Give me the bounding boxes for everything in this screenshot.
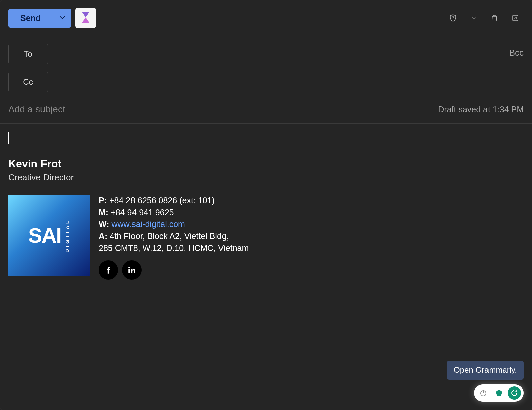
signature-block: SAI DIGITAL P: +84 28 6256 0826 (ext: 10… — [8, 195, 524, 280]
grammarly-widget: Open Grammarly. — [447, 361, 524, 402]
draft-status: Draft saved at 1:34 PM — [438, 105, 524, 114]
send-button[interactable]: Send — [8, 9, 53, 28]
text-cursor — [8, 132, 9, 144]
mobile-label: M: — [99, 208, 108, 217]
compose-window: Send ? — [0, 0, 532, 410]
grammarly-tooltip: Open Grammarly. — [447, 361, 524, 380]
phone-value: +84 28 6256 0826 (ext: 101) — [107, 196, 215, 205]
cc-row: Cc — [8, 72, 524, 92]
encryption-dropdown[interactable] — [465, 10, 482, 26]
company-logo: SAI DIGITAL — [8, 195, 90, 276]
contact-column: P: +84 28 6256 0826 (ext: 101) M: +84 94… — [99, 195, 249, 280]
svg-rect-2 — [128, 269, 130, 273]
grammarly-power-button[interactable] — [477, 386, 490, 400]
logo-sub-text: DIGITAL — [64, 219, 70, 253]
send-button-group: Send — [8, 9, 71, 28]
subject-input[interactable] — [8, 104, 431, 115]
to-row: To Bcc — [8, 44, 524, 64]
cc-button[interactable]: Cc — [8, 72, 48, 92]
to-input[interactable] — [55, 45, 524, 63]
grammarly-suggestions-button[interactable] — [492, 386, 506, 400]
logo-main-text: SAI — [28, 223, 61, 247]
grammarly-open-button[interactable] — [508, 386, 521, 400]
delete-button[interactable] — [486, 10, 503, 26]
svg-text:?: ? — [452, 16, 454, 20]
web-label: W: — [99, 219, 109, 229]
address-line1: 4th Floor, Block A2, Viettel Bldg, — [107, 231, 229, 241]
svg-point-3 — [128, 267, 130, 268]
recipients-section: To Bcc Cc — [0, 36, 532, 100]
grammarly-pill — [474, 384, 524, 402]
linkedin-icon[interactable] — [122, 260, 142, 280]
address-label: A: — [99, 231, 107, 241]
chevron-down-icon — [59, 16, 65, 21]
email-body[interactable]: Kevin Frot Creative Director SAI DIGITAL… — [0, 124, 532, 410]
hourglass-icon — [81, 12, 90, 24]
send-dropdown-button[interactable] — [53, 9, 71, 28]
to-button[interactable]: To — [8, 44, 48, 64]
address-line2: 285 CMT8, W.12, D.10, HCMC, Vietnam — [99, 242, 249, 254]
phone-label: P: — [99, 196, 107, 205]
encryption-icon[interactable]: ? — [445, 10, 461, 26]
contact-info: P: +84 28 6256 0826 (ext: 101) M: +84 94… — [99, 195, 249, 254]
hourglass-app-icon[interactable] — [75, 8, 96, 28]
cc-input[interactable] — [55, 73, 524, 91]
signature-title: Creative Director — [8, 172, 524, 183]
facebook-icon[interactable] — [99, 260, 118, 280]
subject-row: Draft saved at 1:34 PM — [0, 100, 532, 124]
mobile-value: +84 94 941 9625 — [108, 208, 174, 217]
bcc-toggle[interactable]: Bcc — [509, 48, 524, 58]
social-icons — [99, 260, 249, 280]
signature-name: Kevin Frot — [8, 158, 524, 170]
popout-button[interactable] — [507, 10, 524, 26]
toolbar: Send ? — [0, 0, 532, 36]
website-link[interactable]: www.sai-digital.com — [111, 219, 185, 229]
